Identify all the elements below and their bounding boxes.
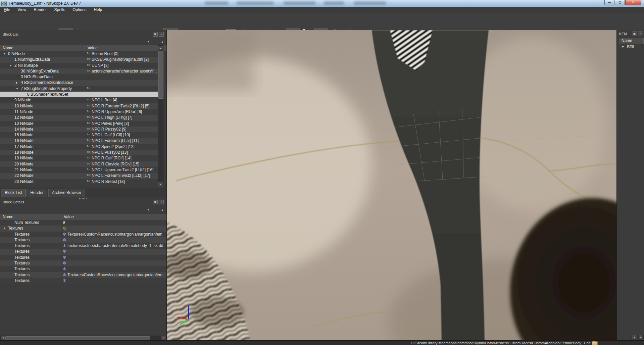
tree-row[interactable]: 19 NiNodeTxtNPC R Calf [RClf] [14]	[0, 155, 158, 161]
txt-icon: Txt	[87, 179, 90, 184]
tree-row[interactable]: ▼Textures↻	[0, 226, 166, 231]
tree-row[interactable]: 11 NiNodeTxtNPC R UpperArm [RUar] [6]	[0, 109, 158, 115]
column-value[interactable]: Value	[85, 45, 166, 51]
tree-row[interactable]: 21 NiNodeTxtNPC L UpperarmTwist2 [LUt2] …	[0, 167, 158, 173]
tree-row[interactable]: 38 NiStringExtraDataTxtactors\character\…	[0, 68, 158, 74]
menu-item-file[interactable]: File	[0, 7, 14, 13]
float-panel-icon[interactable]: ▣	[632, 32, 637, 36]
kfm-hscrollbar[interactable]: ◄ ►	[632, 335, 644, 339]
tree-row[interactable]: 10 NiNodeTxtNPC R ForearmTwist2 [RLt2] […	[0, 103, 158, 109]
menu-item-help[interactable]: Help	[90, 7, 106, 13]
refresh-icon: ↻	[63, 226, 66, 231]
scroll-right-icon[interactable]: ►	[639, 335, 643, 339]
tree-row[interactable]: ▼2 NiTriShapeTxtUUNP [3]	[0, 63, 158, 68]
txt-icon: Txt	[87, 109, 90, 114]
scroll-thumb[interactable]	[158, 51, 163, 99]
menu-item-spells[interactable]: Spells	[51, 7, 69, 13]
maximize-button[interactable]: ▢	[615, 0, 625, 5]
tree-row[interactable]: Textures✻Textures\CustomRaces\customargo…	[0, 232, 166, 237]
render-viewport[interactable]	[167, 30, 616, 340]
tree-row[interactable]: ▼0 NiNodeTxtScene Root [0]	[0, 51, 158, 57]
tree-row[interactable]: Num Textures9	[0, 220, 166, 226]
close-panel-icon[interactable]: ×	[159, 200, 164, 204]
expand-down-icon[interactable]: ▾	[147, 208, 149, 211]
collapse-up-icon[interactable]: ▴	[161, 208, 163, 211]
tree-row[interactable]: 16 NiNodeTxtNPC L Forearm [LLar] [11]	[0, 138, 158, 144]
redacted-text	[284, 1, 315, 5]
tree-row[interactable]: Textures✻	[0, 255, 166, 260]
row-name: Num Textures	[14, 220, 39, 226]
expander-right-icon[interactable]: ▶	[622, 44, 627, 49]
scroll-thumb[interactable]	[5, 336, 150, 340]
kfm-header: Name	[619, 38, 644, 44]
tree-row[interactable]: 18 NiNodeTxtNPC L Pussy02 [13]	[0, 150, 158, 155]
row-name: 9 NiNode	[14, 97, 31, 103]
menu-item-view[interactable]: View	[14, 7, 30, 13]
scroll-left-icon[interactable]: ◄	[1, 336, 5, 340]
menu-item-options[interactable]: Options	[69, 7, 90, 13]
expander-down-icon[interactable]: ▼	[3, 51, 8, 57]
menu-item-render[interactable]: Render	[30, 7, 50, 13]
tree-row[interactable]: Textures✻	[0, 278, 166, 284]
scroll-up-icon[interactable]: ▲	[158, 46, 163, 50]
scroll-right-icon[interactable]: ►	[161, 336, 166, 340]
block-details-tree: Num Textures9▼Textures↻Textures✻Textures…	[0, 220, 166, 287]
float-panel-icon[interactable]: ▣	[153, 200, 158, 204]
expander-right-icon[interactable]: ▶	[16, 80, 21, 86]
expand-down-icon[interactable]: ▾	[147, 40, 149, 43]
title-bar[interactable]: FemaleBody_1.nif* - NifSkope 2.0 Dev 7 ▬…	[0, 0, 644, 7]
tab-header[interactable]: Header	[27, 189, 47, 197]
tree-row[interactable]: 13 NiNodeTxtNPC Pelvis [Pelv] [8]	[0, 121, 158, 127]
block-details-panel-title: Block Details	[3, 200, 24, 204]
scroll-left-icon[interactable]: ◄	[632, 335, 637, 339]
block-list-vscrollbar[interactable]: ▲ ▼	[158, 45, 163, 187]
minimize-button[interactable]: ▬	[604, 0, 614, 5]
txt-icon: Txt	[87, 161, 90, 166]
txt-icon: Txt	[87, 51, 90, 56]
tree-row[interactable]: 20 NiNodeTxtNPC R Clavicle [RClv] [15]	[0, 161, 158, 167]
float-panel-icon[interactable]: ▣	[153, 32, 158, 37]
column-value[interactable]: Value	[61, 214, 166, 220]
tree-row[interactable]: 22 NiNodeTxtNPC L ForearmTwist2 [LLt2] […	[0, 173, 158, 179]
close-panel-icon[interactable]: ×	[159, 32, 164, 37]
tree-row[interactable]: Textures✻	[0, 266, 166, 272]
row-name: 0 NiNode	[8, 51, 25, 57]
scroll-down-icon[interactable]: ▼	[158, 182, 163, 187]
row-name: 22 NiNode	[14, 173, 34, 179]
tree-row[interactable]: ▶4 BSDismemberSkinInstance	[0, 80, 158, 86]
splitter-handle[interactable]	[79, 198, 87, 199]
row-value: NPC L UpperarmTwist2 [LUt2] [16]	[92, 167, 153, 173]
txt-icon: Txt	[87, 103, 90, 108]
tab-archive-browser[interactable]: Archive Browser	[48, 189, 85, 197]
collapse-up-icon[interactable]: ▴	[161, 40, 163, 43]
tree-row[interactable]: 15 NiNodeTxtNPC L Calf [LClf] [10]	[0, 132, 158, 138]
column-name[interactable]: Name	[0, 45, 85, 51]
tree-row[interactable]: 3 NiTriShapeData	[0, 74, 158, 80]
txt-icon: Txt	[87, 144, 90, 149]
column-name[interactable]: Name	[0, 214, 61, 220]
tree-row[interactable]: 1 NiStringExtraDataTxtSKSE\Plugins\hdtVa…	[0, 57, 158, 62]
tab-block-list[interactable]: Block List	[1, 189, 26, 197]
tree-row[interactable]: ▼7 BSLightingShaderPropertyTxt	[0, 86, 158, 92]
row-value: textures\actors\character\female\femaleb…	[67, 243, 163, 249]
tree-row[interactable]: Textures✻textures\actors\character\femal…	[0, 243, 166, 249]
tree-row[interactable]: Textures✻Textures\CustomRaces\customargo…	[0, 272, 166, 278]
tree-row[interactable]: Textures✻	[0, 237, 166, 243]
tree-row[interactable]: 9 NiNodeTxtNPC L Butt [4]	[0, 97, 158, 103]
tree-row[interactable]: ▶Kfm	[619, 44, 644, 49]
expander-down-icon[interactable]: ▼	[9, 63, 14, 68]
tree-row[interactable]: 17 NiNodeTxtNPC Spine2 [Spn2] [12]	[0, 144, 158, 150]
close-button[interactable]: ✕	[625, 0, 641, 5]
tree-row[interactable]: Textures✻	[0, 260, 166, 266]
expander-down-icon[interactable]: ▼	[16, 86, 21, 92]
row-name: Textures	[14, 237, 30, 243]
tree-row[interactable]: Textures✻	[0, 249, 166, 254]
block-details-hscrollbar[interactable]: ◄ ►	[0, 336, 166, 340]
column-name[interactable]: Name	[619, 38, 644, 44]
tree-row[interactable]: 23 NiNodeTxtNPC R Breast [18]	[0, 179, 158, 185]
tree-row[interactable]: 14 NiNodeTxtNPC R Pussy02 [9]	[0, 127, 158, 132]
expander-down-icon[interactable]: ▼	[3, 226, 8, 231]
tree-row[interactable]: 8 BSShaderTextureSet	[0, 92, 158, 97]
tree-row[interactable]: 12 NiNodeTxtNPC L Thigh [LThg] [7]	[0, 115, 158, 120]
close-panel-icon[interactable]: ×	[638, 32, 643, 36]
